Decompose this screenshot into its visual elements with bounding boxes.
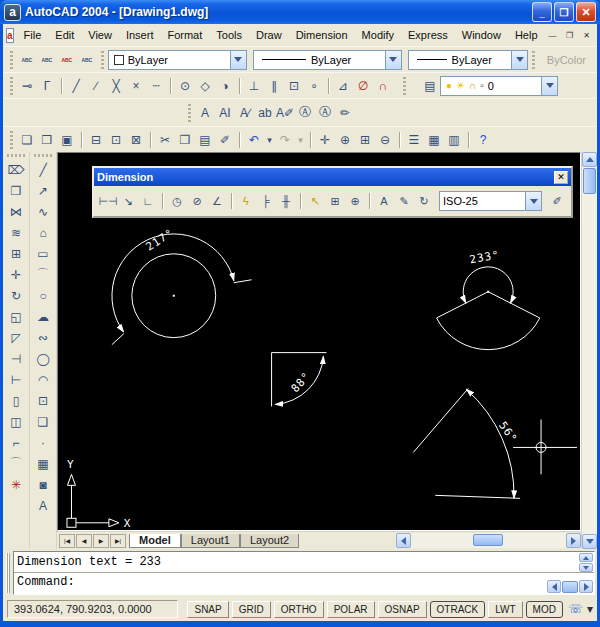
scroll-up-icon[interactable] (582, 152, 597, 167)
toggle-otrack[interactable]: OTRACK (430, 601, 486, 618)
snap-node-icon[interactable]: ∘ (304, 76, 324, 96)
tab-next-button[interactable]: ▶ (93, 534, 109, 548)
snap-parallel-icon[interactable]: ∥ (264, 76, 284, 96)
qnew-icon[interactable]: ❏ (17, 130, 37, 150)
dimension-toolbar[interactable]: Dimension ✕ ⊢⊣↘∟◷⊘∠ϟ╞╫↖⊞⊕A✎↻ ISO-25 ✐ (92, 166, 573, 218)
multiline-text-icon[interactable]: A (195, 103, 215, 123)
menu-edit[interactable]: Edit (48, 27, 81, 43)
command-scrollbar[interactable] (579, 553, 593, 572)
layer-control[interactable]: ●☀∩▫ 0 (440, 76, 558, 96)
toggle-snap[interactable]: SNAP (187, 601, 228, 618)
command-h-scrollbar[interactable] (547, 580, 593, 593)
snap-center-icon[interactable]: ⊙ (175, 76, 195, 96)
doc-minimize-button[interactable]: — (545, 28, 561, 42)
title-bar[interactable]: a AutoCAD 2004 - [Drawing1.dwg] _❐✕ (0, 0, 600, 24)
plot-icon[interactable]: ⊟ (86, 130, 106, 150)
dimension-style-icon[interactable]: ✐ (547, 191, 567, 211)
vertical-scrollbar[interactable] (581, 152, 597, 549)
trim-icon[interactable]: ⊣ (6, 348, 27, 369)
snap-extension-icon[interactable]: ┄ (146, 76, 166, 96)
erase-icon[interactable]: ⌦ (6, 159, 27, 180)
snap-endpoint-icon[interactable]: ╱ (66, 76, 86, 96)
quick-dimension-icon[interactable]: ϟ (236, 191, 256, 211)
toolbar-grip[interactable] (10, 131, 13, 149)
toggle-osnap[interactable]: OSNAP (378, 601, 427, 618)
dimension-edit-icon[interactable]: A (374, 191, 394, 211)
toggle-lwt[interactable]: LWT (488, 601, 522, 618)
temporary-track-point-icon[interactable]: ⊸ (17, 76, 37, 96)
text-fit-icon[interactable]: ABC (37, 50, 57, 70)
undo-dropdown-icon[interactable]: ▾ (264, 130, 275, 150)
zoom-previous-icon[interactable]: ⊖ (375, 130, 395, 150)
scroll-left-icon[interactable] (547, 580, 561, 593)
single-line-text-icon[interactable]: AI (215, 103, 235, 123)
angular-dimension-88[interactable]: 88° (272, 353, 327, 407)
hatch-icon[interactable]: ▦ (33, 453, 54, 474)
snap-midpoint-icon[interactable]: ∕ (86, 76, 106, 96)
break-icon[interactable]: ◫ (6, 411, 27, 432)
menu-window[interactable]: Window (455, 27, 508, 43)
match-properties-icon[interactable]: ✐ (215, 130, 235, 150)
remote-text-icon[interactable]: ABC (17, 50, 37, 70)
help-icon[interactable]: ? (473, 130, 493, 150)
fillet-icon[interactable]: ⌒ (6, 453, 27, 474)
h-scroll-track[interactable] (411, 533, 566, 548)
toolbar-grip[interactable] (10, 77, 13, 95)
color-control[interactable]: ByLayer (108, 50, 247, 70)
doc-restore-button[interactable]: ❐ (562, 28, 578, 42)
line-icon[interactable]: ╱ (33, 159, 54, 180)
status-menu-arrow-icon[interactable]: ▾ (587, 602, 593, 616)
scroll-right-icon[interactable] (566, 533, 581, 548)
minimize-button[interactable]: _ (532, 2, 552, 22)
menu-tools[interactable]: Tools (209, 27, 249, 43)
dimension-toolbar-titlebar[interactable]: Dimension ✕ (94, 168, 571, 186)
quick-leader-icon[interactable]: ↖ (305, 191, 325, 211)
lineweight-control[interactable]: ByLayer (408, 50, 528, 70)
insert-block-icon[interactable]: ⊡ (33, 390, 54, 411)
properties-palette-icon[interactable]: ☰ (404, 130, 424, 150)
tab-first-button[interactable]: |◀ (59, 534, 75, 548)
offset-icon[interactable]: ≋ (6, 222, 27, 243)
menu-modify[interactable]: Modify (355, 27, 401, 43)
plot-preview-icon[interactable]: ⊡ (106, 130, 126, 150)
osnap-settings-icon[interactable]: ∩ (373, 76, 393, 96)
layer-lock-icon[interactable]: ∩ (469, 80, 476, 91)
make-block-icon[interactable]: ❑ (33, 411, 54, 432)
snap-quadrant-icon[interactable]: ◇ (195, 76, 215, 96)
menu-help[interactable]: Help (508, 27, 545, 43)
circle-icon[interactable]: ○ (33, 285, 54, 306)
toolbar-grip[interactable] (101, 51, 104, 69)
move-icon[interactable]: ✛ (6, 264, 27, 285)
toggle-grid[interactable]: GRID (232, 601, 271, 618)
justify-text-icon[interactable]: Ⓐ (315, 103, 335, 123)
mtext-icon[interactable]: A (33, 495, 54, 516)
scroll-down-icon[interactable] (582, 534, 597, 549)
layer-color-swatch[interactable]: ▫ (480, 80, 484, 91)
command-h-scroll-thumb[interactable] (562, 581, 578, 593)
scroll-up-icon[interactable] (579, 553, 593, 562)
baseline-dimension-icon[interactable]: ╞ (256, 191, 276, 211)
command-window-grip[interactable] (6, 553, 10, 593)
toggle-ortho[interactable]: ORTHO (274, 601, 324, 618)
save-icon[interactable]: ▣ (57, 130, 77, 150)
chevron-down-icon[interactable] (511, 51, 527, 69)
tool-palettes-icon[interactable]: ▥ (444, 130, 464, 150)
paste-icon[interactable]: ▤ (195, 130, 215, 150)
extend-icon[interactable]: ⊢ (6, 369, 27, 390)
scroll-right-icon[interactable] (579, 580, 593, 593)
command-text-area[interactable]: Dimension text = 233 Command: (13, 551, 595, 595)
dim-style-select[interactable]: ISO-25 (439, 191, 542, 211)
scroll-left-icon[interactable] (396, 533, 411, 548)
linear-dimension-icon[interactable]: ⊢⊣ (98, 191, 118, 211)
explode-text-icon[interactable]: ABC (57, 50, 77, 70)
construction-line-icon[interactable]: ↗ (33, 180, 54, 201)
edit-text-icon[interactable]: A∕ (235, 103, 255, 123)
chevron-down-icon[interactable] (525, 192, 541, 210)
copy-object-icon[interactable]: ❐ (6, 180, 27, 201)
zoom-window-icon[interactable]: ⊞ (355, 130, 375, 150)
toolbar-grip[interactable] (188, 104, 191, 122)
tab-model[interactable]: Model (129, 534, 181, 548)
toolbar-grip[interactable] (10, 51, 13, 69)
ellipse-icon[interactable]: ◯ (33, 348, 54, 369)
rectangle-icon[interactable]: ▭ (33, 243, 54, 264)
